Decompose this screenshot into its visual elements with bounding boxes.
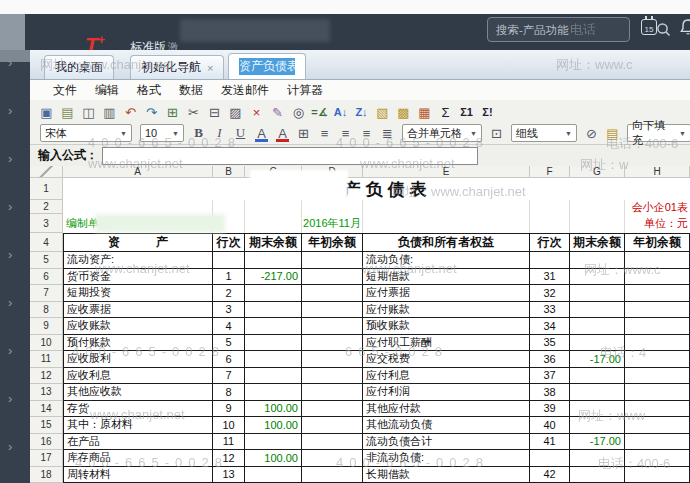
cell-period[interactable]: 2016年11月 [302,214,363,233]
cut-icon[interactable]: ✂ [184,103,203,121]
tab-balance-sheet[interactable]: 资产负债表 [228,53,306,79]
line-style-select[interactable]: 细线▼ [511,124,577,142]
cell-r3[interactable] [530,214,570,233]
cell-C12[interactable] [245,368,302,385]
cell-D7[interactable] [302,285,363,302]
cell-r2[interactable] [363,200,530,214]
col-header-E[interactable]: E [363,166,530,178]
header-cell[interactable]: 年初余额 [625,233,690,252]
cell-B14[interactable]: 9 [213,401,245,418]
fill-down-select[interactable]: 向下填充▼ [627,124,690,142]
row-header-10[interactable]: 10 [30,335,63,352]
cell-B17[interactable]: 12 [213,450,245,467]
cell-r3[interactable] [570,214,625,233]
cell-H10[interactable] [625,335,690,352]
cell-G7[interactable] [570,285,625,302]
cell-title[interactable]: 资产负债表 [63,178,690,200]
cell-E12[interactable]: 应付利息 [363,368,530,385]
cell-C5[interactable] [245,252,302,269]
row-header-18[interactable]: 18 [30,467,63,483]
cell-H13[interactable] [625,384,690,401]
clear-paste-icon[interactable]: ▦ [415,103,434,121]
cell-H5[interactable] [625,252,690,269]
append-paste-icon[interactable]: ▩ [394,103,413,121]
cell-G12[interactable] [570,368,625,385]
row-header-11[interactable]: 11 [30,351,63,368]
product-search-box[interactable] [487,17,630,42]
row-header-13[interactable]: 13 [30,384,63,401]
cell-r2[interactable] [570,200,625,214]
cell-H12[interactable] [625,368,690,385]
sidebar-expand-icon[interactable]: › [8,153,12,165]
export-icon[interactable]: ▤ [58,103,77,121]
undo-icon[interactable]: ↶ [121,103,140,121]
header-cell[interactable]: 负债和所有者权益 [363,233,530,252]
formula-icon[interactable]: =∡ [310,103,329,121]
cell-r2[interactable] [302,200,363,214]
eraser-icon[interactable]: ⊘ [582,124,601,142]
paste-icon[interactable]: ▨ [226,103,245,121]
row-header-8[interactable]: 8 [30,302,63,319]
cell-B18[interactable]: 13 [213,467,245,483]
tab-init-navigation[interactable]: 初始化导航 × [130,55,224,79]
cell-E9[interactable]: 预收账款 [363,318,530,335]
cell-G6[interactable] [570,269,625,286]
sidebar-expand-icon[interactable]: › [8,57,12,69]
cell-A7[interactable]: 短期投资 [63,285,213,302]
italic-icon[interactable]: I [210,124,229,142]
format-painter-icon[interactable]: ✎ [268,103,287,121]
cell-r2[interactable] [530,200,570,214]
cell-D16[interactable] [302,434,363,451]
col-header-A[interactable]: A [63,166,213,178]
row-header-15[interactable]: 15 [30,417,63,434]
row-header-4[interactable]: 4 [30,233,63,252]
row-header-14[interactable]: 14 [30,401,63,418]
cell-A6[interactable]: 货币资金 [63,269,213,286]
cell-A13[interactable]: 其他应收款 [63,384,213,401]
cell-C11[interactable] [245,351,302,368]
cell-E14[interactable]: 其他应付款 [363,401,530,418]
cell-G17[interactable] [570,450,625,467]
menu-item-6[interactable]: 计算器 [278,82,332,99]
cell-E13[interactable]: 应付利润 [363,384,530,401]
menu-item-5[interactable]: 发送邮件 [212,82,278,99]
cell-A11[interactable]: 应收股利 [63,351,213,368]
align-justify-icon[interactable]: ≣ [378,124,397,142]
cell-C18[interactable] [245,467,302,483]
cell-C6[interactable]: -217.00 [245,269,302,286]
bell-icon[interactable] [678,18,690,38]
row-header-12[interactable]: 12 [30,368,63,385]
cell-r3[interactable] [363,214,530,233]
align-center-icon[interactable]: ≡ [336,124,355,142]
cell-G8[interactable] [570,302,625,319]
cell-r3[interactable] [245,214,302,233]
row-header-9[interactable]: 9 [30,318,63,335]
cell-F17[interactable] [530,450,570,467]
cell-A9[interactable]: 应收账款 [63,318,213,335]
cell-D13[interactable] [302,384,363,401]
cell-F16[interactable]: 41 [530,434,570,451]
cell-D17[interactable] [302,450,363,467]
cell-D18[interactable] [302,467,363,483]
collapsed-nav-sidebar[interactable] [0,50,30,483]
cell-B9[interactable]: 4 [213,318,245,335]
row-header-1[interactable]: 1 [30,178,63,200]
menu-item-4[interactable]: 数据 [170,82,212,99]
cell-E18[interactable]: 长期借款 [363,467,530,483]
find-icon[interactable]: ◎ [289,103,308,121]
cell-B16[interactable]: 11 [213,434,245,451]
header-cell[interactable]: 资 产 [63,233,213,252]
header-cell[interactable]: 行次 [213,233,245,252]
cell-C9[interactable] [245,318,302,335]
menu-item-3[interactable]: 格式 [128,82,170,99]
sidebar-expand-icon[interactable]: › [8,393,12,405]
cell-C15[interactable]: 100.00 [245,417,302,434]
cell-r2[interactable] [213,200,245,214]
sidebar-expand-icon[interactable]: › [8,345,12,357]
cell-D15[interactable] [302,417,363,434]
formula-input[interactable] [102,147,478,165]
cell-A17[interactable]: 库存商品 [63,450,213,467]
cell-G13[interactable] [570,384,625,401]
cell-C17[interactable]: 100.00 [245,450,302,467]
cell-H11[interactable] [625,351,690,368]
